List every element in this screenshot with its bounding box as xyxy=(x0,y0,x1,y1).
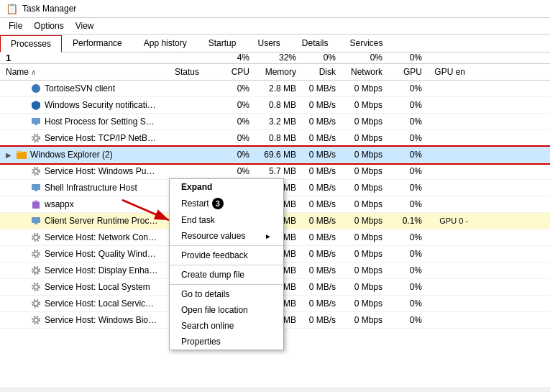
menu-bar: File Options View xyxy=(0,18,550,35)
svg-point-15 xyxy=(34,235,38,240)
process-icon xyxy=(30,248,42,260)
process-name-label: Service Host: Local Service (Net... xyxy=(45,298,158,309)
svg-point-21 xyxy=(34,285,38,289)
context-menu-separator xyxy=(170,284,283,285)
svg-rect-11 xyxy=(32,202,40,209)
table-row[interactable]: Host Process for Setting Synchr...0%3.2 … xyxy=(0,114,550,130)
sort-arrow-icon: ∧ xyxy=(31,68,36,76)
title-bar: 📋 Task Manager xyxy=(0,0,550,18)
svg-rect-9 xyxy=(32,184,40,190)
col-cpu-header[interactable]: CPU xyxy=(216,65,255,78)
svg-rect-6 xyxy=(17,151,22,153)
tab-processes[interactable]: Processes xyxy=(0,35,62,53)
menu-file[interactable]: File xyxy=(3,19,28,32)
col-header-network-usage: 0% xyxy=(342,53,388,63)
process-name-label: Service Host: Local System xyxy=(45,282,158,292)
process-icon xyxy=(30,232,42,243)
col-network-header[interactable]: Network xyxy=(342,65,388,78)
process-name-label: Client Server Runtime Process xyxy=(45,216,158,226)
tab-startup[interactable]: Startup xyxy=(198,35,247,52)
process-name-label: Windows Security notification i... xyxy=(45,100,158,110)
process-name-label: Windows Explorer (2) xyxy=(30,150,158,160)
context-menu-item-expand[interactable]: Expand xyxy=(170,179,283,195)
svg-point-7 xyxy=(34,169,38,173)
svg-rect-1 xyxy=(32,118,40,124)
col-memory-header[interactable]: Memory xyxy=(255,65,302,78)
table-row[interactable]: Service Host: TCP/IP NetBIOS H...0%0.8 M… xyxy=(0,130,550,147)
table-row[interactable]: Windows Security notification i...0%0.8 … xyxy=(0,97,550,114)
tab-services[interactable]: Services xyxy=(339,35,394,52)
process-icon xyxy=(30,199,42,210)
context-menu-item-go-to-details[interactable]: Go to details xyxy=(170,286,283,302)
context-menu-item-end-task[interactable]: End task xyxy=(170,212,283,228)
col-disk-header[interactable]: Disk xyxy=(302,65,342,78)
table-row[interactable]: ▶Windows Explorer (2)0%69.6 MB0 MB/s0 Mb… xyxy=(0,147,550,163)
tab-users[interactable]: Users xyxy=(247,35,290,52)
context-menu-item-search-online[interactable]: Search online xyxy=(170,318,283,334)
svg-point-17 xyxy=(34,252,38,256)
svg-rect-13 xyxy=(32,217,40,223)
process-name-label: TortoiseSVN client xyxy=(45,83,158,94)
process-icon xyxy=(30,281,42,293)
process-name-label: Service Host: Display Enhancem... xyxy=(45,265,158,275)
context-menu-item-resource-values[interactable]: Resource values► xyxy=(170,228,283,244)
context-menu-item-properties[interactable]: Properties xyxy=(170,334,283,350)
process-icon xyxy=(30,99,42,111)
context-menu: ExpandRestart3End taskResource values►Pr… xyxy=(169,178,284,350)
col-header-memory-usage: 32% xyxy=(255,53,302,63)
process-icon xyxy=(30,83,42,94)
svg-point-3 xyxy=(34,136,38,140)
svg-point-23 xyxy=(34,301,38,306)
title-bar-text: Task Manager xyxy=(22,4,76,14)
svg-point-0 xyxy=(32,84,40,93)
col-name-header[interactable]: Name ∧ xyxy=(0,65,158,78)
col-header-cpu-usage: 4% xyxy=(216,53,255,63)
context-menu-item-restart[interactable]: Restart3 xyxy=(170,195,283,212)
menu-view[interactable]: View xyxy=(70,19,100,32)
menu-options[interactable]: Options xyxy=(28,19,69,32)
col-header-status xyxy=(158,53,216,63)
process-icon xyxy=(30,265,42,276)
col-header-gpuen-usage xyxy=(428,53,471,63)
col-status-header[interactable]: Status xyxy=(158,65,216,78)
process-icon xyxy=(30,116,42,127)
table-row[interactable]: TortoiseSVN client0%2.8 MB0 MB/s0 Mbps0% xyxy=(0,81,550,97)
process-name-label: Host Process for Setting Synchr... xyxy=(45,117,158,127)
svg-rect-2 xyxy=(35,124,37,125)
svg-marker-12 xyxy=(32,200,40,202)
context-menu-item-provide-feedback[interactable]: Provide feedback xyxy=(170,247,283,263)
process-icon xyxy=(16,149,27,160)
col-header-disk-usage: 0% xyxy=(302,53,342,63)
expand-arrow-icon[interactable]: ▶ xyxy=(6,151,13,159)
col-header-gpu-usage: 0% xyxy=(388,53,428,63)
process-name-label: Service Host: Quality Windows ... xyxy=(45,249,158,259)
svg-point-19 xyxy=(34,268,38,273)
column-headers: Name ∧ Status CPU Memory Disk Network GP… xyxy=(0,64,550,81)
tabs-bar: Processes Performance App history Startu… xyxy=(0,35,550,53)
svg-rect-14 xyxy=(35,223,37,224)
annotation-badge-3: 3 xyxy=(212,198,224,209)
context-menu-item-open-file-location[interactable]: Open file location xyxy=(170,302,283,318)
tab-app-history[interactable]: App history xyxy=(133,35,198,52)
process-name-label: Service Host: Windows Biometri... xyxy=(45,315,158,325)
col-gpu-header[interactable]: GPU xyxy=(388,65,428,78)
context-menu-item-create-dump-file[interactable]: Create dump file xyxy=(170,267,283,283)
process-name-label: Service Host: Windows Push No... xyxy=(45,166,158,176)
main-content: 1 4% 32% 0% 0% 0% Name ∧ Status CPU Memo… xyxy=(0,53,550,387)
svg-rect-10 xyxy=(35,190,37,191)
process-name-label: Shell Infrastructure Host xyxy=(45,183,158,193)
context-menu-separator xyxy=(170,245,283,246)
app-icon: 📋 xyxy=(6,3,18,14)
col-gpuen-header[interactable]: GPU en xyxy=(428,65,471,78)
section-number-1: 1 xyxy=(6,53,11,63)
process-icon xyxy=(30,165,42,177)
tab-performance[interactable]: Performance xyxy=(62,35,133,52)
process-name-label: Service Host: TCP/IP NetBIOS H... xyxy=(45,133,158,143)
process-name-label: wsappx xyxy=(45,199,158,209)
context-menu-separator xyxy=(170,265,283,265)
tab-details[interactable]: Details xyxy=(291,35,339,52)
process-icon xyxy=(30,182,42,193)
process-icon xyxy=(30,314,42,326)
svg-point-25 xyxy=(34,318,38,322)
table-row[interactable]: Service Host: Windows Push No...0%5.7 MB… xyxy=(0,163,550,180)
